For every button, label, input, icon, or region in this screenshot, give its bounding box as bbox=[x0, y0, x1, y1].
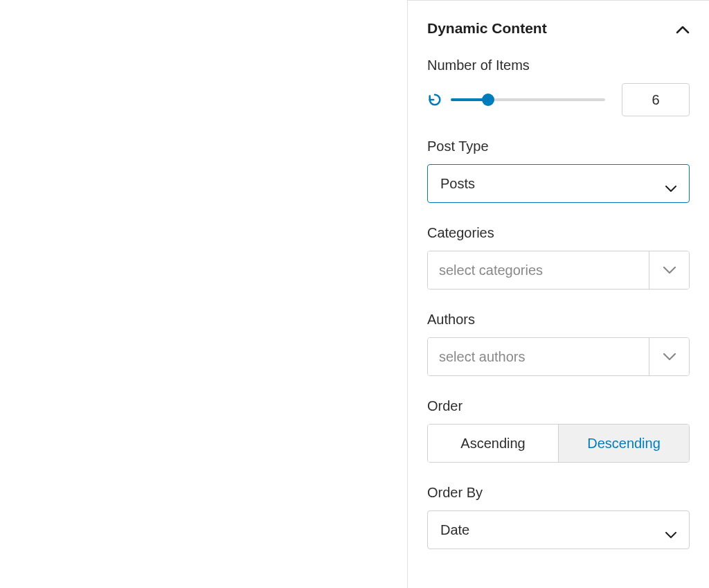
number-of-items-field: Number of Items 6 bbox=[427, 57, 690, 116]
order-by-field: Order By Date bbox=[427, 485, 690, 549]
order-by-label: Order By bbox=[427, 485, 690, 501]
chevron-down-icon bbox=[665, 180, 676, 187]
order-toggle: Ascending Descending bbox=[427, 424, 690, 463]
post-type-value: Posts bbox=[440, 176, 475, 192]
authors-combo bbox=[427, 337, 690, 376]
authors-input[interactable] bbox=[428, 338, 649, 375]
post-type-label: Post Type bbox=[427, 139, 690, 154]
categories-field: Categories bbox=[427, 225, 690, 289]
panel-header[interactable]: Dynamic Content bbox=[408, 1, 709, 44]
order-label: Order bbox=[427, 398, 690, 414]
post-type-field: Post Type Posts bbox=[427, 139, 690, 203]
authors-label: Authors bbox=[427, 312, 690, 328]
settings-sidebar: Dynamic Content Number of Items 6 Post T… bbox=[407, 0, 709, 588]
order-ascending-option[interactable]: Ascending bbox=[428, 425, 558, 462]
slider-value-input[interactable]: 6 bbox=[622, 83, 690, 116]
authors-field: Authors bbox=[427, 312, 690, 376]
panel-body: Number of Items 6 Post Type Posts bbox=[408, 44, 709, 549]
authors-dropdown-button[interactable] bbox=[649, 338, 689, 375]
reset-icon[interactable] bbox=[427, 92, 442, 107]
categories-dropdown-button[interactable] bbox=[649, 251, 689, 289]
post-type-select[interactable]: Posts bbox=[427, 164, 690, 203]
slider-row: 6 bbox=[427, 83, 690, 116]
categories-combo bbox=[427, 251, 690, 289]
categories-input[interactable] bbox=[428, 251, 649, 289]
order-by-value: Date bbox=[440, 522, 469, 538]
order-descending-option[interactable]: Descending bbox=[558, 425, 689, 462]
order-field: Order Ascending Descending bbox=[427, 398, 690, 463]
categories-label: Categories bbox=[427, 225, 690, 241]
slider-handle[interactable] bbox=[482, 93, 494, 106]
number-of-items-label: Number of Items bbox=[427, 57, 690, 73]
chevron-up-icon bbox=[676, 24, 690, 33]
slider-track[interactable] bbox=[451, 98, 605, 101]
panel-title: Dynamic Content bbox=[427, 20, 547, 37]
chevron-down-icon bbox=[665, 526, 676, 533]
order-by-select[interactable]: Date bbox=[427, 510, 690, 549]
